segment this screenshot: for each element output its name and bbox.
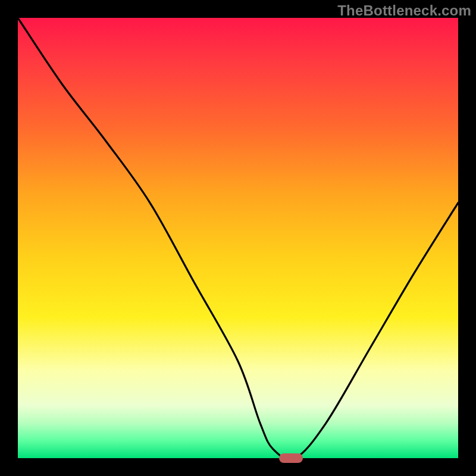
watermark-text: TheBottleneck.com	[337, 2, 471, 19]
curve-svg	[18, 18, 458, 458]
bottleneck-curve	[18, 18, 458, 459]
chart-stage: TheBottleneck.com	[0, 0, 476, 476]
plot-area	[18, 18, 458, 458]
optimum-marker	[279, 453, 303, 463]
